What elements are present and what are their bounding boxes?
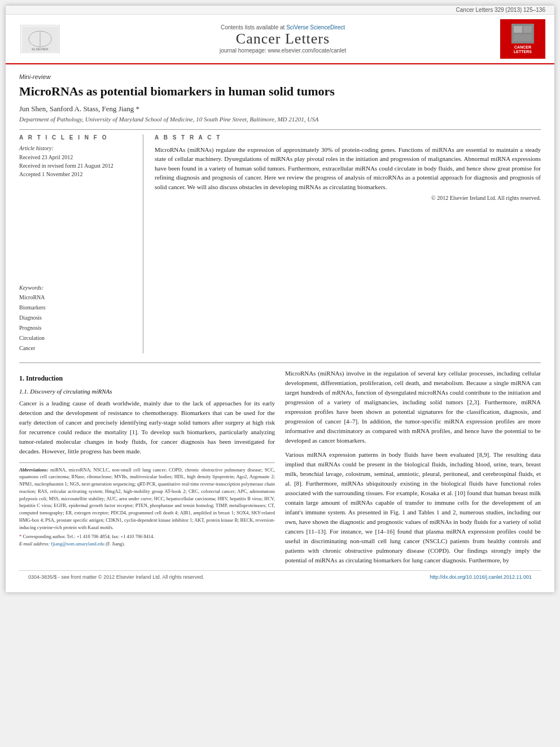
footer-bar: 0304-3835/$ - see front matter © 2012 El…	[19, 570, 541, 583]
cancer-letters-logo: CANCERLETTERS	[500, 19, 545, 59]
footnote-email-link[interactable]: fjiang@som.umaryland.edu	[51, 541, 104, 547]
intro-subheading: 1.1. Discovery of circulating miRNAs	[19, 387, 275, 396]
abstract-label: A B S T R A C T	[155, 134, 541, 141]
svg-text:ELSEVIER: ELSEVIER	[32, 47, 49, 51]
right-para2: Various miRNA expression patterns in bod…	[285, 450, 541, 566]
footnote-email-suffix: (F. Jiang).	[106, 541, 125, 547]
svg-rect-7	[514, 34, 532, 41]
article-history-label: Article history:	[19, 145, 135, 151]
article-meta-row: A R T I C L E I N F O Article history: R…	[19, 129, 541, 353]
two-col-body: 1. Introduction 1.1. Discovery of circul…	[19, 362, 541, 570]
journal-ref-bar: Cancer Letters 329 (2013) 125–136	[6, 6, 554, 15]
intro-para1: Cancer is a leading cause of death world…	[19, 399, 275, 456]
article-affiliation: Department of Pathology, University of M…	[19, 116, 541, 123]
article-authors: Jun Shen, Sanford A. Stass, Feng Jiang *	[19, 104, 541, 113]
footnote-area: Abbreviations: miRNA, microRNA; NSCLC, n…	[19, 462, 275, 548]
svg-rect-6	[523, 26, 532, 33]
sciverse-link[interactable]: SciVerse ScienceDirect	[286, 24, 345, 30]
footnote-email-para: E-mail address: fjiang@som.umaryland.edu…	[19, 540, 275, 548]
sciverse-text: Contents lists available at SciVerse Sci…	[71, 24, 495, 30]
article-info-label: A R T I C L E I N F O	[19, 134, 135, 141]
keywords-list: MicroRNA Biomarkers Diagnosis Prognosis …	[19, 292, 135, 353]
abstract-text: MicroRNAs (miRNAs) regulate the expressi…	[155, 145, 541, 192]
abstract-copyright: © 2012 Elsevier Ireland Ltd. All rights …	[155, 195, 541, 201]
cancer-letters-logo-image	[511, 24, 534, 43]
journal-header: ELSEVIER Contents lists available at Sci…	[6, 15, 554, 64]
footnote-abbrev-text: miRNA, microRNA; NSCLC, non-small cell l…	[19, 467, 275, 530]
article-history: Received 23 April 2012 Received in revis…	[19, 153, 135, 178]
article-info-col: A R T I C L E I N F O Article history: R…	[19, 134, 143, 353]
footnote-star-para: * Corresponding author. Tel.: +1 410 706…	[19, 533, 275, 540]
article-abstract-col: A B S T R A C T MicroRNAs (miRNAs) regul…	[155, 134, 541, 353]
journal-ref: Cancer Letters 329 (2013) 125–136	[456, 7, 545, 13]
journal-center: Contents lists available at SciVerse Sci…	[71, 24, 495, 54]
svg-rect-5	[514, 26, 522, 33]
cancer-letters-logo-text: CANCERLETTERS	[514, 45, 532, 55]
article-type: Mini-review	[19, 73, 541, 80]
footer-doi[interactable]: http://dx.doi.org/10.1016/j.canlet.2012.…	[430, 574, 532, 580]
intro-heading: 1. Introduction	[19, 373, 275, 384]
keywords-label: Keywords:	[19, 285, 135, 291]
right-para1: MicroRNAs (miRNAs) involve in the regula…	[285, 369, 541, 445]
elsevier-logo: ELSEVIER	[15, 25, 65, 53]
journal-title-main: Cancer Letters	[71, 30, 495, 47]
journal-homepage: journal homepage: www.elsevier.com/locat…	[71, 47, 495, 54]
footnote-email-label: E-mail address:	[19, 541, 51, 547]
elsevier-logo-image: ELSEVIER	[20, 25, 60, 53]
footer-copyright: 0304-3835/$ - see front matter © 2012 El…	[28, 574, 204, 580]
col-right: MicroRNAs (miRNAs) involve in the regula…	[285, 369, 541, 570]
and-text: and	[407, 509, 416, 516]
article-title: MicroRNAs as potential biomarkers in hum…	[19, 84, 541, 100]
col-left: 1. Introduction 1.1. Discovery of circul…	[19, 369, 275, 570]
article-body: Mini-review MicroRNAs as potential bioma…	[6, 64, 554, 592]
page: Cancer Letters 329 (2013) 125–136 ELSEVI…	[6, 6, 554, 592]
footnote-abbrev-para: Abbreviations: miRNA, microRNA; NSCLC, n…	[19, 466, 275, 531]
footnote-corresponding: Corresponding author. Tel.: +1 410 706 4…	[23, 534, 154, 539]
footnote-abbrev-label: Abbreviations:	[19, 467, 48, 473]
